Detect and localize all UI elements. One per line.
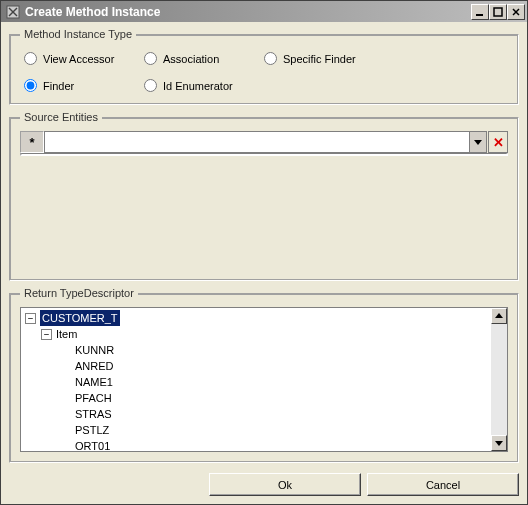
tree-node-root[interactable]: − CUSTOMER_T <box>23 310 489 326</box>
dialog-buttons: Ok Cancel <box>9 469 519 496</box>
tree-node-root-label: CUSTOMER_T <box>40 310 120 326</box>
tree-node-item-label: Item <box>56 326 77 342</box>
dialog-content: Method Instance Type View Accessor Assoc… <box>1 22 527 504</box>
source-entities-legend: Source Entities <box>20 111 102 123</box>
radio-finder-label: Finder <box>43 80 74 92</box>
svg-marker-8 <box>495 313 503 318</box>
source-entities-row: * ✕ <box>20 131 508 153</box>
tree-node-field[interactable]: NAME1 <box>23 374 489 390</box>
tree-node-field[interactable]: PSTLZ <box>23 422 489 438</box>
close-button[interactable] <box>507 4 525 20</box>
minimize-button[interactable] <box>471 4 489 20</box>
radio-association-label: Association <box>163 53 219 65</box>
tree-node-field[interactable]: KUNNR <box>23 342 489 358</box>
radio-finder[interactable]: Finder <box>24 79 144 92</box>
app-icon <box>5 4 21 20</box>
type-tree[interactable]: − CUSTOMER_T − Item KUNNR ANRED NAME1 PF… <box>21 308 491 451</box>
source-entities-group: Source Entities * ✕ <box>9 111 519 281</box>
scroll-down-button[interactable] <box>491 435 507 451</box>
tree-node-field[interactable]: ORT01 <box>23 438 489 451</box>
radio-id-enumerator[interactable]: Id Enumerator <box>144 79 264 92</box>
return-type-group: Return TypeDescriptor − CUSTOMER_T − Ite… <box>9 287 519 463</box>
scroll-up-button[interactable] <box>491 308 507 324</box>
radio-id-enumerator-input[interactable] <box>144 79 157 92</box>
tree-node-field[interactable]: STRAS <box>23 406 489 422</box>
radio-view-accessor-input[interactable] <box>24 52 37 65</box>
maximize-button[interactable] <box>489 4 507 20</box>
combo-dropdown-button[interactable] <box>469 131 487 153</box>
tree-container: − CUSTOMER_T − Item KUNNR ANRED NAME1 PF… <box>20 307 508 452</box>
window-title: Create Method Instance <box>25 5 471 19</box>
delete-row-button[interactable]: ✕ <box>488 131 508 153</box>
radio-view-accessor[interactable]: View Accessor <box>24 52 144 65</box>
source-entity-combo[interactable] <box>44 131 469 153</box>
ok-button[interactable]: Ok <box>209 473 361 496</box>
radio-specific-finder[interactable]: Specific Finder <box>264 52 414 65</box>
window-controls <box>471 4 525 20</box>
tree-node-field[interactable]: PFACH <box>23 390 489 406</box>
cancel-button[interactable]: Cancel <box>367 473 519 496</box>
radio-association[interactable]: Association <box>144 52 264 65</box>
svg-marker-9 <box>495 441 503 446</box>
tree-scrollbar[interactable] <box>491 308 507 451</box>
return-type-legend: Return TypeDescriptor <box>20 287 138 299</box>
svg-marker-7 <box>474 140 482 145</box>
collapse-icon[interactable]: − <box>25 313 36 324</box>
dialog-window: Create Method Instance Method Instance T… <box>0 0 528 505</box>
row-header-new[interactable]: * <box>20 131 44 153</box>
radio-id-enumerator-label: Id Enumerator <box>163 80 233 92</box>
radio-specific-finder-label: Specific Finder <box>283 53 356 65</box>
titlebar[interactable]: Create Method Instance <box>1 1 527 22</box>
radio-specific-finder-input[interactable] <box>264 52 277 65</box>
radio-view-accessor-label: View Accessor <box>43 53 114 65</box>
radio-finder-input[interactable] <box>24 79 37 92</box>
tree-node-item[interactable]: − Item <box>23 326 489 342</box>
radio-association-input[interactable] <box>144 52 157 65</box>
collapse-icon[interactable]: − <box>41 329 52 340</box>
tree-node-field[interactable]: ANRED <box>23 358 489 374</box>
svg-rect-4 <box>494 8 502 16</box>
svg-rect-3 <box>476 14 483 16</box>
method-instance-group: Method Instance Type View Accessor Assoc… <box>9 28 519 105</box>
source-entities-body <box>20 153 508 156</box>
scroll-track[interactable] <box>491 324 507 435</box>
method-instance-legend: Method Instance Type <box>20 28 136 40</box>
